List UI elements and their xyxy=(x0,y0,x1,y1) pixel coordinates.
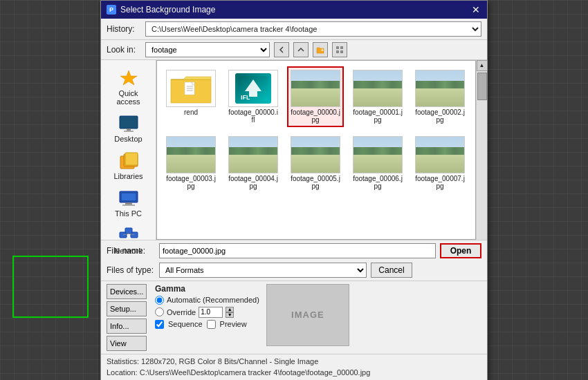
file-item-footage-00004[interactable]: footage_00004.jpg xyxy=(225,133,282,193)
history-combo[interactable]: C:\Users\Weel\Desktop\camera tracker 4\f… xyxy=(145,21,481,37)
filename-input[interactable] xyxy=(159,243,436,258)
dialog-title: Select Background Image xyxy=(120,5,215,15)
file-label: footage_00000.jpg xyxy=(291,108,340,124)
sidebar-item-desktop[interactable]: Desktop xyxy=(103,111,154,146)
file-item-footage-00006[interactable]: footage_00006.jpg xyxy=(349,133,406,193)
override-label: Override xyxy=(167,308,196,316)
lookin-combo[interactable]: footage xyxy=(145,42,270,57)
file-label: footage_00006.jpg xyxy=(353,175,403,190)
file-label: footage_00005.jpg xyxy=(291,175,340,190)
svg-rect-14 xyxy=(122,205,135,206)
image-preview-label: IMAGE xyxy=(291,310,324,320)
sidebar-item-label: Libraries xyxy=(113,172,143,180)
svg-rect-8 xyxy=(124,131,134,132)
sidebar-item-thispc[interactable]: This PC xyxy=(103,186,154,220)
svg-rect-3 xyxy=(336,50,339,53)
nav-back-button[interactable] xyxy=(274,42,289,57)
close-button[interactable]: ✕ xyxy=(470,4,481,15)
thispc-icon xyxy=(118,189,140,208)
override-radio[interactable] xyxy=(155,307,164,316)
filename-row: File name: Open xyxy=(101,240,487,261)
scroll-up-button[interactable]: ▲ xyxy=(477,60,488,71)
title-bar: P Select Background Image ✕ xyxy=(101,1,487,19)
devices-button[interactable]: Devices... xyxy=(107,284,147,299)
svg-text:IFL: IFL xyxy=(241,94,250,101)
file-thumb-footage-00003 xyxy=(166,136,216,173)
auto-radio[interactable] xyxy=(155,296,164,305)
preview-checkbox[interactable] xyxy=(207,320,216,329)
extra-panel: Devices... Setup... Info... View Gamma A… xyxy=(101,281,487,354)
file-thumb-footage-00007 xyxy=(415,136,465,173)
file-thumb-footage-00004 xyxy=(228,136,278,173)
libraries-icon xyxy=(118,151,140,171)
gamma-title: Gamma xyxy=(155,284,259,294)
svg-rect-15 xyxy=(122,193,136,200)
file-thumb-folder xyxy=(166,70,216,107)
main-area: Quick access Desktop xyxy=(101,60,487,240)
sequence-label: Sequence xyxy=(168,320,203,328)
filetype-combo[interactable]: All Formats xyxy=(159,263,367,278)
bottom-section: File name: Open Files of type: All Forma… xyxy=(101,240,487,380)
file-item-footage-00003[interactable]: footage_00003.jpg xyxy=(163,133,219,193)
quick-access-icon xyxy=(118,68,140,88)
spin-down-button[interactable]: ▼ xyxy=(226,312,234,318)
file-label: footage_00007.jpg xyxy=(415,175,465,190)
auto-radio-row: Automatic (Recommended) xyxy=(155,296,259,305)
file-label: rend xyxy=(184,108,198,116)
open-button[interactable]: Open xyxy=(440,243,481,258)
svg-rect-2 xyxy=(340,46,343,49)
gamma-section: Gamma Automatic (Recommended) Override ▲… xyxy=(155,284,259,351)
nav-up-button[interactable] xyxy=(293,42,309,57)
sequence-checkbox[interactable] xyxy=(155,320,164,329)
file-item-ifl[interactable]: IFL footage_00000.ifl xyxy=(225,66,282,127)
select-background-dialog: P Select Background Image ✕ History: C:\… xyxy=(100,0,488,380)
cancel-button[interactable]: Cancel xyxy=(371,263,412,278)
svg-marker-5 xyxy=(120,70,137,85)
sidebar-item-libraries[interactable]: Libraries xyxy=(103,149,154,183)
sequence-row: Sequence Preview xyxy=(155,320,259,329)
file-item-footage-00000[interactable]: footage_00000.jpg xyxy=(287,66,344,127)
file-thumb-footage-00000 xyxy=(291,70,340,107)
file-thumb-footage-00001 xyxy=(353,70,403,107)
file-label: footage_00004.jpg xyxy=(228,175,278,190)
file-item-footage-00007[interactable]: footage_00007.jpg xyxy=(412,133,468,193)
sidebar-item-label: This PC xyxy=(115,209,142,218)
file-item-footage-00005[interactable]: footage_00005.jpg xyxy=(287,133,344,193)
new-folder-button[interactable]: + xyxy=(313,42,328,57)
green-box-indicator xyxy=(12,256,89,318)
svg-rect-1 xyxy=(336,46,339,49)
file-thumb-ifl: IFL xyxy=(228,70,278,107)
side-buttons-panel: Devices... Setup... Info... View xyxy=(107,284,148,351)
lookin-label: Look in: xyxy=(107,45,141,55)
scroll-thumb[interactable] xyxy=(477,73,487,100)
info-button[interactable]: Info... xyxy=(107,319,147,334)
override-value-input[interactable] xyxy=(199,307,223,318)
file-item-footage-00002[interactable]: footage_00002.jpg xyxy=(412,66,468,127)
file-label: footage_00000.ifl xyxy=(228,108,278,124)
file-thumb-footage-00002 xyxy=(415,70,465,107)
svg-rect-6 xyxy=(120,116,138,129)
svg-rect-7 xyxy=(127,129,131,131)
file-item-rend[interactable]: rend xyxy=(163,66,219,127)
filetype-label: Files of type: xyxy=(107,265,155,275)
statistics-row: Statistics: 1280x720, RGB Color 8 Bits/C… xyxy=(101,354,487,380)
file-label: footage_00001.jpg xyxy=(353,108,403,124)
view-toggle-button[interactable] xyxy=(332,42,347,57)
file-thumb-footage-00006 xyxy=(353,136,403,173)
override-row: Override ▲ ▼ xyxy=(155,307,259,318)
setup-button[interactable]: Setup... xyxy=(107,301,147,316)
scrollbar[interactable]: ▲ xyxy=(476,60,487,240)
spin-up-button[interactable]: ▲ xyxy=(226,307,234,312)
dialog-icon: P xyxy=(107,5,116,15)
file-item-footage-00001[interactable]: footage_00001.jpg xyxy=(349,66,406,127)
file-grid[interactable]: rend xyxy=(156,60,476,240)
stats-line2: Location: C:\Users\Weel\Desktop\camera t… xyxy=(107,367,481,379)
network-icon xyxy=(118,226,140,245)
history-row: History: C:\Users\Weel\Desktop\camera tr… xyxy=(101,19,487,40)
svg-rect-4 xyxy=(340,50,343,53)
sidebar-item-quick-access[interactable]: Quick access xyxy=(103,66,154,108)
sidebar: Quick access Desktop xyxy=(101,60,156,240)
history-label: History: xyxy=(107,24,141,34)
view-button[interactable]: View xyxy=(107,336,147,351)
sidebar-item-label: Desktop xyxy=(114,135,142,143)
